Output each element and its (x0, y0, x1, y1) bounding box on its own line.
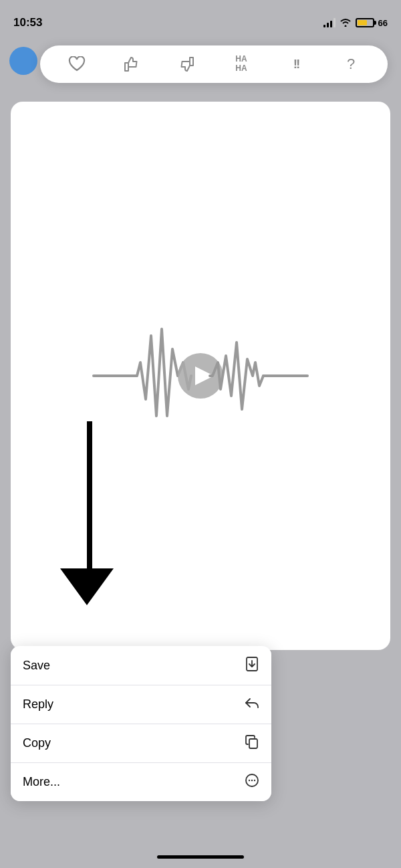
reaction-bar: HAHA !! ? (40, 45, 388, 83)
reaction-haha[interactable]: HAHA (229, 52, 253, 76)
menu-copy-label: Copy (23, 736, 51, 750)
reaction-thumbsdown[interactable] (174, 52, 198, 76)
menu-item-more[interactable]: More... (11, 762, 271, 801)
status-bar: 10:53 66 (0, 0, 401, 36)
menu-more-label: More... (23, 775, 60, 789)
menu-item-reply[interactable]: Reply (11, 685, 271, 724)
copy-icon (245, 734, 259, 752)
menu-save-label: Save (23, 659, 50, 673)
status-time: 10:53 (13, 16, 42, 29)
svg-point-9 (251, 780, 253, 781)
bubble-connector-large (384, 112, 390, 118)
battery-percent: 66 (378, 18, 388, 28)
wifi-icon (340, 17, 352, 29)
save-icon (245, 657, 259, 675)
avatar (9, 47, 37, 75)
reaction-question[interactable]: ? (339, 52, 363, 76)
menu-reply-label: Reply (23, 697, 53, 712)
menu-item-copy[interactable]: Copy (11, 724, 271, 762)
audio-waveform (87, 302, 314, 449)
signal-icon (323, 18, 336, 27)
battery-icon (356, 18, 374, 27)
reaction-exclaim[interactable]: !! (284, 52, 308, 76)
menu-item-save[interactable]: Save (11, 646, 271, 685)
audio-content (11, 102, 390, 650)
context-menu: Save Reply Copy More... (11, 646, 271, 801)
svg-point-10 (254, 780, 255, 781)
reaction-heart[interactable] (65, 52, 89, 76)
svg-rect-6 (249, 739, 257, 748)
status-icons: 66 (323, 17, 388, 29)
message-bubble[interactable] (11, 102, 390, 650)
more-icon (245, 773, 259, 791)
reply-icon (245, 695, 259, 714)
reaction-thumbsup[interactable] (120, 52, 144, 76)
home-indicator (157, 855, 244, 859)
svg-point-8 (249, 780, 250, 781)
bubble-connector-small (382, 120, 386, 124)
